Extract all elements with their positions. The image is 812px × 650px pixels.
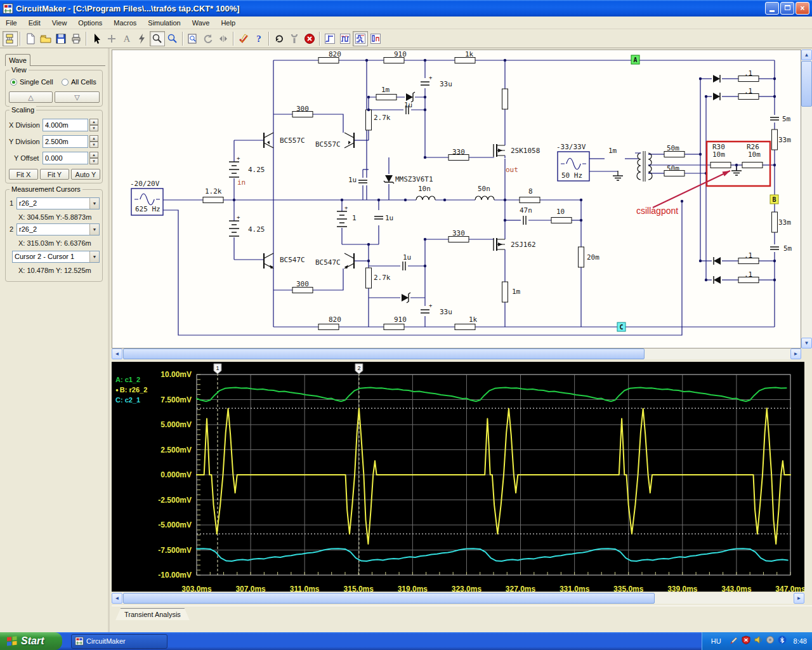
y-offset-spinner[interactable]: ▲▼ [89,152,98,164]
cell-down-button[interactable]: ▽ [55,91,100,103]
component-label: 33m [778,136,791,144]
probe-tool-icon[interactable] [287,31,302,46]
wire-tool-icon[interactable] [104,31,119,46]
scope-step-icon[interactable] [322,31,337,46]
radio-single-cell[interactable]: Single Cell [10,78,53,86]
legend-item[interactable]: ●B: r26_2 [115,386,147,394]
scope-mixed-icon[interactable] [368,31,383,46]
start-button[interactable]: Start [0,632,62,650]
cursor-flag-1[interactable]: 1 [216,365,219,371]
scroll-thumb[interactable] [801,61,812,107]
simulation-settings-icon[interactable] [236,31,251,46]
component-label: BC547C [280,256,305,264]
y-offset-input[interactable] [43,152,88,164]
waveform-legend: A: c1_2●B: r26_2C: c2_1 [115,376,147,406]
menu-help[interactable]: Help [215,17,241,29]
tab-wave[interactable]: Wave [5,54,30,66]
net-marker-A: A [633,56,637,63]
stop-simulation-icon[interactable] [302,31,317,46]
new-file-icon[interactable] [23,31,38,46]
scroll-right-icon[interactable]: ► [790,348,801,359]
menu-view[interactable]: View [46,17,73,29]
tab-transient-analysis[interactable]: Transient Analysis [115,608,190,620]
svg-text:+: + [237,155,240,161]
waveform-plot[interactable]: 303.0ms307.0ms311.0ms315.0ms319.0ms323.0… [112,362,804,592]
text-tool-icon[interactable]: A [119,31,134,46]
close-button[interactable]: × [796,2,809,15]
restore-button[interactable] [780,2,794,15]
radio-all-cells[interactable]: All Cells [62,78,96,86]
print-icon[interactable] [69,31,84,46]
y-division-input[interactable] [43,135,88,148]
zoom-tool-icon[interactable] [150,31,165,46]
cursor-diff-combo[interactable]: Cursor 2 - Cursor 1 ▼ [12,251,100,263]
volume-icon[interactable] [754,635,763,647]
task-button-circuitmaker[interactable]: CircuitMaker [71,634,167,649]
menu-edit[interactable]: Edit [23,17,46,29]
schematic-canvas[interactable]: +++++8209101k33u1m1u2.7k300BC557CBC557C3… [112,50,801,348]
cursor1-signal-combo[interactable]: r26_2 ▼ [16,197,100,209]
help-icon[interactable]: ? [251,31,266,46]
scroll-up-icon[interactable]: ▲ [801,50,812,60]
x-tick-label: 343.0ms [721,585,752,592]
chevron-down-icon[interactable]: ▼ [89,251,99,262]
fit-x-button[interactable]: Fit X [9,169,38,180]
y-tick-label: 10.00mV [160,370,192,379]
component-label: 4.25 [248,225,265,234]
scroll-right-icon[interactable]: ► [794,593,804,604]
fit-y-button[interactable]: Fit Y [40,169,69,180]
magnifier-icon[interactable] [165,31,180,46]
scroll-thumb[interactable] [123,348,645,359]
x-division-spinner[interactable]: ▲▼ [89,119,98,131]
menu-macros[interactable]: Macros [108,17,142,29]
x-division-input[interactable] [43,119,88,131]
cursor-flag-2[interactable]: 2 [357,365,360,371]
save-file-icon[interactable] [53,31,69,46]
component-label: .1 [744,69,752,77]
y-tick-label: -7.500mV [158,546,192,555]
security-shield-icon[interactable] [742,635,750,647]
pen-icon[interactable] [730,635,738,647]
scope-square-icon[interactable] [337,31,353,46]
x-tick-label: 339.0ms [667,585,698,592]
x-division-label: X Division [9,121,40,129]
legend-item[interactable]: A: c1_2 [115,376,147,383]
cursor2-signal-value: r26_2 [19,225,37,233]
scroll-down-icon[interactable]: ▼ [801,338,812,348]
cell-up-button[interactable]: △ [9,91,53,103]
legend-item[interactable]: C: c2_1 [115,396,147,404]
menu-options[interactable]: Options [72,17,108,29]
scroll-thumb[interactable] [123,593,655,604]
x-tick-label: 327.0ms [506,585,536,592]
language-indicator[interactable]: HU [707,637,725,645]
auto-y-button[interactable]: Auto Y [71,169,100,180]
chevron-down-icon[interactable]: ▼ [89,224,99,235]
device-icon[interactable] [766,635,775,647]
chevron-down-icon[interactable]: ▼ [89,198,99,209]
delete-tool-icon[interactable] [134,31,150,46]
cursor-diff-value: Cursor 2 - Cursor 1 [15,253,74,260]
scroll-left-icon[interactable]: ◄ [112,348,122,359]
component-browser-icon[interactable] [3,31,18,46]
schematic-vertical-scrollbar[interactable]: ▲ ▼ [801,50,812,348]
bluetooth-icon[interactable] [778,635,787,647]
split-view-icon[interactable] [216,31,231,46]
y-division-spinner[interactable]: ▲▼ [89,135,98,148]
window-title: CircuitMaker - [C:\Program Files\...\tra… [16,4,765,13]
menu-simulation[interactable]: Simulation [142,17,186,29]
reset-simulation-icon[interactable] [272,31,287,46]
scope-pulse-icon[interactable] [353,31,368,46]
measurement-cursors-groupbox: Measurement Cursors 1 r26_2 ▼ X: 304.55m… [5,189,103,282]
zoom-page-icon[interactable] [185,31,200,46]
cursor2-index: 2 [10,225,13,233]
waveform-horizontal-scrollbar[interactable]: ◄ ► [112,593,804,604]
select-arrow-icon[interactable] [89,31,104,46]
menu-file[interactable]: File [0,17,23,29]
cursor2-signal-combo[interactable]: r26_2 ▼ [16,223,100,235]
menu-wave[interactable]: Wave [187,17,216,29]
open-file-icon[interactable] [38,31,53,46]
schematic-horizontal-scrollbar[interactable]: ◄ ► [112,348,801,359]
scroll-left-icon[interactable]: ◄ [112,593,122,604]
rotate-tool-icon[interactable] [200,31,216,46]
minimize-button[interactable] [765,2,779,15]
